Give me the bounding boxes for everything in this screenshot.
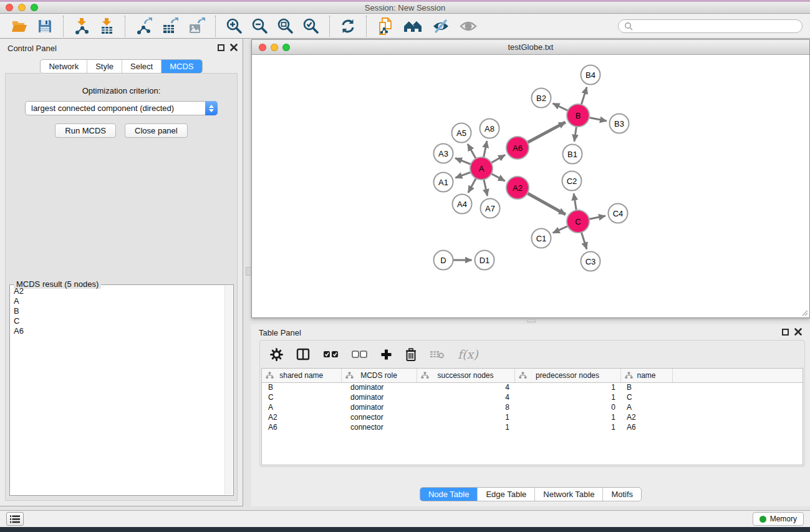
- table-cell[interactable]: 0: [514, 402, 620, 412]
- column-header-name[interactable]: name: [620, 369, 672, 382]
- splitter-handle[interactable]: [527, 319, 536, 322]
- function-builder-button[interactable]: f(x): [458, 346, 478, 362]
- criterion-select[interactable]: largest connected component (directed): [25, 101, 218, 115]
- export-network-button[interactable]: [135, 16, 153, 36]
- graph-node-B4[interactable]: B4: [581, 65, 601, 85]
- table-settings-button[interactable]: [270, 346, 283, 362]
- table-cell[interactable]: 1: [514, 422, 620, 432]
- resize-grip-icon[interactable]: [801, 309, 808, 316]
- close-mcds-panel-button[interactable]: Close panel: [125, 123, 188, 138]
- graph-node-C2[interactable]: C2: [562, 171, 582, 191]
- hide-panels-button[interactable]: [432, 16, 450, 36]
- table-cell[interactable]: A: [620, 402, 672, 412]
- table-row[interactable]: A6connector11A6: [262, 422, 803, 432]
- show-panels-button[interactable]: [459, 16, 478, 36]
- export-image-button[interactable]: [188, 16, 205, 36]
- column-header-predecessor-nodes[interactable]: predecessor nodes: [514, 369, 620, 382]
- graph-node-B3[interactable]: B3: [609, 114, 630, 134]
- zoom-in-button[interactable]: [226, 16, 243, 36]
- table-cell[interactable]: 1: [514, 382, 620, 392]
- table-cell[interactable]: A2: [262, 412, 341, 422]
- delete-row-button[interactable]: [405, 346, 417, 362]
- table-cell[interactable]: C: [620, 392, 672, 402]
- mcds-result-item[interactable]: A2: [11, 286, 224, 296]
- table-cell[interactable]: A6: [262, 422, 341, 432]
- table-cell[interactable]: 1: [514, 412, 620, 422]
- mcds-result-item[interactable]: C: [11, 316, 224, 326]
- table-row[interactable]: Adominator80A: [262, 402, 803, 412]
- zoom-selected-button[interactable]: [302, 16, 319, 36]
- node-table-container[interactable]: shared nameMCDS rolesuccessor nodesprede…: [261, 368, 803, 465]
- tab-node-table[interactable]: Node Table: [420, 488, 478, 501]
- graph-node-D1[interactable]: D1: [475, 250, 495, 271]
- table-cell[interactable]: connector: [341, 422, 417, 432]
- import-network-button[interactable]: [74, 16, 90, 36]
- graph-node-A6[interactable]: A6: [506, 136, 529, 160]
- graph-node-A7[interactable]: A7: [480, 198, 501, 219]
- column-header-successor-nodes[interactable]: successor nodes: [417, 369, 514, 382]
- table-cell[interactable]: B: [620, 382, 672, 392]
- table-cell[interactable]: 4: [417, 382, 514, 392]
- graph-node-B1[interactable]: B1: [562, 144, 583, 165]
- splitter-handle[interactable]: [246, 267, 251, 276]
- table-cell[interactable]: 8: [417, 402, 514, 412]
- tab-network-table[interactable]: Network Table: [534, 488, 602, 501]
- zoom-out-button[interactable]: [251, 16, 268, 36]
- close-panel-icon[interactable]: [230, 44, 238, 51]
- home-view-button[interactable]: [403, 16, 423, 36]
- tab-motifs[interactable]: Motifs: [602, 488, 641, 501]
- graph-node-A4[interactable]: A4: [452, 194, 473, 215]
- deselect-all-button[interactable]: [352, 346, 367, 362]
- graph-node-B[interactable]: B: [566, 104, 590, 127]
- column-header-MCDS-role[interactable]: MCDS role: [341, 369, 417, 382]
- network-window-titlebar[interactable]: testGlobe.txt: [252, 40, 809, 55]
- table-cell[interactable]: 1: [417, 422, 514, 432]
- table-cell[interactable]: A2: [620, 412, 672, 422]
- table-cell[interactable]: B: [262, 382, 341, 392]
- tab-select[interactable]: Select: [122, 60, 161, 73]
- panel-list-button[interactable]: [6, 512, 24, 526]
- graph-node-C[interactable]: C: [566, 210, 590, 233]
- close-panel-icon[interactable]: [794, 328, 802, 336]
- graph-node-B2[interactable]: B2: [531, 88, 552, 109]
- table-cell[interactable]: dominator: [341, 392, 417, 402]
- table-cell[interactable]: connector: [341, 412, 417, 422]
- graph-node-C3[interactable]: C3: [581, 251, 601, 272]
- show-column-button[interactable]: [296, 346, 310, 362]
- zoom-fit-button[interactable]: [277, 16, 294, 36]
- graph-node-D[interactable]: D: [433, 250, 454, 271]
- table-cell[interactable]: 4: [417, 392, 514, 402]
- delete-table-button[interactable]: [430, 346, 445, 362]
- graph-node-A8[interactable]: A8: [480, 118, 500, 139]
- tab-network[interactable]: Network: [41, 60, 87, 73]
- mcds-result-item[interactable]: A: [11, 296, 224, 306]
- result-scrollbar[interactable]: [224, 286, 233, 495]
- table-cell[interactable]: A6: [620, 422, 672, 432]
- float-panel-icon[interactable]: [782, 329, 789, 336]
- table-cell[interactable]: dominator: [341, 382, 417, 392]
- mcds-result-item[interactable]: B: [11, 306, 224, 316]
- graph-node-A1[interactable]: A1: [433, 172, 454, 193]
- table-row[interactable]: Cdominator41C: [262, 392, 803, 402]
- table-cell[interactable]: 1: [514, 392, 620, 402]
- table-cell[interactable]: dominator: [341, 402, 417, 412]
- select-all-button[interactable]: [323, 346, 339, 362]
- tab-mcds[interactable]: MCDS: [161, 60, 201, 73]
- tab-style[interactable]: Style: [87, 60, 122, 73]
- search-input[interactable]: [633, 21, 796, 31]
- graph-node-A2[interactable]: A2: [506, 176, 529, 200]
- graph-node-A3[interactable]: A3: [433, 143, 454, 164]
- mcds-result-item[interactable]: A6: [11, 326, 224, 336]
- table-row[interactable]: Bdominator41B: [262, 382, 803, 392]
- graph-node-C1[interactable]: C1: [531, 228, 552, 249]
- search-box[interactable]: [618, 19, 803, 33]
- save-session-button[interactable]: [37, 16, 53, 36]
- export-table-button[interactable]: [162, 16, 179, 36]
- table-cell[interactable]: C: [262, 392, 341, 402]
- copy-network-button[interactable]: [377, 16, 394, 36]
- column-header-shared-name[interactable]: shared name: [262, 369, 341, 382]
- table-cell[interactable]: 1: [417, 412, 514, 422]
- graph-node-A5[interactable]: A5: [451, 123, 472, 143]
- run-mcds-button[interactable]: Run MCDS: [55, 123, 116, 138]
- apply-layout-button[interactable]: [340, 16, 356, 36]
